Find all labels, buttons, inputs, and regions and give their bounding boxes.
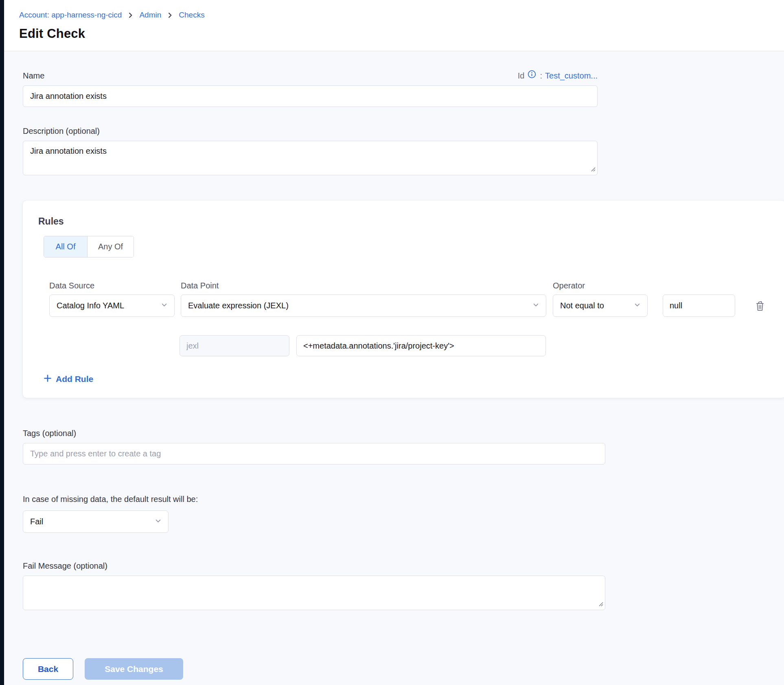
- save-changes-button[interactable]: Save Changes: [85, 658, 183, 680]
- plus-icon: [44, 374, 52, 384]
- tab-all-of[interactable]: All Of: [44, 236, 88, 257]
- page-title: Edit Check: [19, 26, 784, 41]
- data-source-value: Catalog Info YAML: [57, 301, 124, 310]
- jexl-input[interactable]: [180, 335, 289, 356]
- tags-label: Tags (optional): [23, 429, 76, 438]
- rules-mode-toggle: All Of Any Of: [44, 236, 134, 257]
- breadcrumb-account-link[interactable]: Account: app-harness-ng-cicd: [19, 11, 122, 20]
- description-textarea[interactable]: Jira annotation exists: [23, 141, 598, 175]
- missing-data-label: In case of missing data, the default res…: [23, 495, 784, 504]
- default-result-select[interactable]: Fail: [23, 510, 169, 533]
- chevron-down-icon: [532, 301, 539, 310]
- chevron-down-icon: [634, 301, 641, 310]
- rules-title: Rules: [38, 216, 770, 227]
- operator-value: Not equal to: [560, 301, 604, 310]
- id-label: Id: [518, 71, 525, 81]
- data-point-value: Evaluate expression (JEXL): [188, 301, 289, 310]
- missing-data-section: In case of missing data, the default res…: [23, 495, 784, 533]
- rules-card: Rules All Of Any Of Data Source Data Poi…: [23, 201, 784, 398]
- name-id-row: Name Id : Test_custom...: [23, 71, 598, 81]
- add-rule-button[interactable]: Add Rule: [44, 374, 93, 384]
- fail-message-textarea[interactable]: [23, 576, 605, 610]
- name-label: Name: [23, 71, 44, 81]
- data-point-label: Data Point: [181, 281, 546, 290]
- default-result-value: Fail: [30, 517, 43, 526]
- tags-input[interactable]: [23, 443, 605, 465]
- trash-icon: [755, 300, 765, 312]
- name-input[interactable]: [23, 85, 598, 107]
- back-button[interactable]: Back: [23, 658, 73, 680]
- check-id-wrap: Id : Test_custom...: [518, 71, 598, 81]
- add-rule-label: Add Rule: [56, 374, 93, 384]
- breadcrumb-chevron-icon: [167, 12, 173, 18]
- delete-rule-button[interactable]: [753, 299, 767, 313]
- page-header: Account: app-harness-ng-cicd Admin Check…: [4, 0, 784, 51]
- breadcrumb: Account: app-harness-ng-cicd Admin Check…: [19, 11, 784, 20]
- breadcrumb-checks-link[interactable]: Checks: [179, 11, 204, 20]
- data-source-label: Data Source: [49, 281, 175, 290]
- chevron-down-icon: [155, 517, 162, 526]
- tags-section: Tags (optional): [23, 429, 784, 465]
- breadcrumb-chevron-icon: [127, 12, 134, 18]
- data-source-select[interactable]: Catalog Info YAML: [49, 295, 175, 317]
- app-side-strip: [0, 0, 4, 685]
- edit-check-form: Name Id : Test_custom... Description (op…: [4, 71, 784, 680]
- chevron-down-icon: [161, 301, 168, 310]
- fail-message-label: Fail Message (optional): [23, 561, 107, 570]
- rule-column-labels: Data Source Data Point Operator: [49, 281, 770, 290]
- tab-any-of[interactable]: Any Of: [88, 236, 134, 257]
- id-separator: :: [540, 71, 543, 81]
- operand-input[interactable]: [663, 295, 735, 317]
- rule-row: Catalog Info YAML Evaluate expression (J…: [49, 295, 770, 317]
- breadcrumb-admin-link[interactable]: Admin: [139, 11, 161, 20]
- rule-editor: Data Source Data Point Operator Catalog …: [49, 281, 770, 356]
- check-id-link[interactable]: Test_custom...: [545, 71, 598, 81]
- description-label: Description (optional): [23, 127, 100, 135]
- description-section: Description (optional) Jira annotation e…: [23, 127, 784, 175]
- rule-expression-row: [180, 335, 770, 356]
- info-icon[interactable]: [528, 70, 536, 79]
- expression-input[interactable]: [296, 335, 546, 356]
- data-point-select[interactable]: Evaluate expression (JEXL): [181, 295, 546, 317]
- operator-label: Operator: [553, 281, 648, 290]
- form-actions: Back Save Changes: [23, 658, 784, 680]
- fail-message-section: Fail Message (optional): [23, 561, 784, 610]
- operator-select[interactable]: Not equal to: [553, 295, 648, 317]
- edit-check-page: Account: app-harness-ng-cicd Admin Check…: [4, 0, 784, 680]
